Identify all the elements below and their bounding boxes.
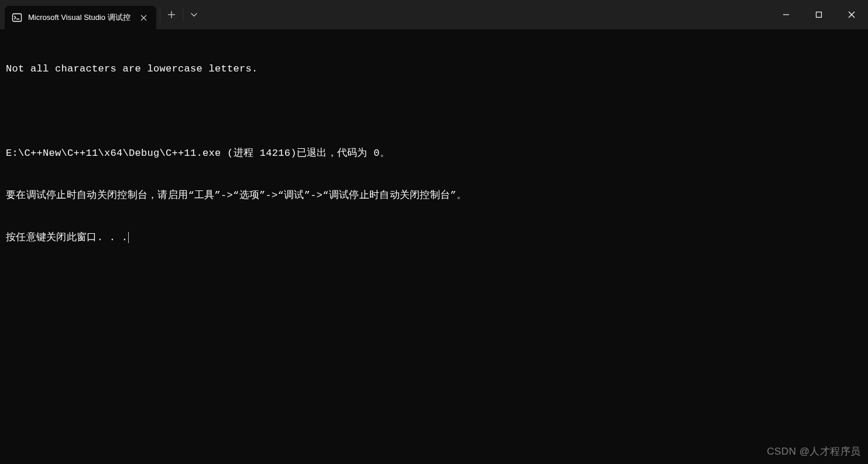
console-text: 按任意键关闭此窗口. . . <box>6 232 128 243</box>
tab-close-icon[interactable] <box>140 13 148 22</box>
window-controls <box>770 0 868 29</box>
svg-rect-7 <box>816 12 822 18</box>
cursor <box>128 232 129 243</box>
console-line: 按任意键关闭此窗口. . . <box>6 231 862 245</box>
console-line: Not all characters are lowercase letters… <box>6 62 862 76</box>
console-line <box>6 104 862 118</box>
console-output[interactable]: Not all characters are lowercase letters… <box>0 29 868 464</box>
tab-dropdown-button[interactable] <box>183 0 205 29</box>
titlebar: Microsoft Visual Studio 调试控 <box>0 0 868 29</box>
terminal-icon <box>12 12 22 23</box>
tab-active[interactable]: Microsoft Visual Studio 调试控 <box>5 6 156 29</box>
console-line: E:\C++New\C++11\x64\Debug\C++11.exe (进程 … <box>6 146 862 161</box>
tab-actions <box>156 0 205 29</box>
maximize-button[interactable] <box>802 0 835 29</box>
console-line: 要在调试停止时自动关闭控制台，请启用“工具”->“选项”->“调试”->“调试停… <box>6 189 862 203</box>
minimize-button[interactable] <box>770 0 802 29</box>
titlebar-left: Microsoft Visual Studio 调试控 <box>0 0 205 29</box>
svg-rect-0 <box>13 14 22 22</box>
watermark: CSDN @人才程序员 <box>767 445 861 458</box>
tab-title: Microsoft Visual Studio 调试控 <box>28 12 131 23</box>
new-tab-button[interactable] <box>160 8 183 22</box>
close-button[interactable] <box>835 0 868 29</box>
